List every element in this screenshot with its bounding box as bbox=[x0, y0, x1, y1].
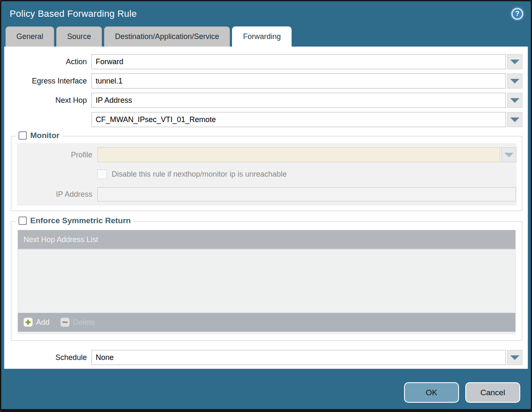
delete-button-label: Delete bbox=[73, 318, 95, 327]
action-dropdown-button[interactable] bbox=[507, 54, 522, 69]
add-icon bbox=[23, 318, 33, 327]
chevron-down-icon bbox=[510, 79, 519, 83]
chevron-down-icon bbox=[504, 153, 514, 157]
next-hop-address-table-header: Next Hop Address List bbox=[18, 230, 516, 250]
cancel-button[interactable]: Cancel bbox=[465, 382, 520, 403]
delete-icon bbox=[60, 318, 70, 327]
monitor-legend: Monitor bbox=[16, 131, 63, 140]
monitor-legend-label: Monitor bbox=[30, 131, 60, 140]
tab-general[interactable]: General bbox=[5, 26, 54, 47]
enforce-symmetric-return-checkbox[interactable] bbox=[18, 216, 27, 225]
profile-dropdown-button bbox=[501, 147, 516, 162]
action-label: Action bbox=[8, 57, 91, 66]
schedule-label: Schedule bbox=[8, 353, 91, 362]
next-hop-address-list-column-header: Next Hop Address List bbox=[23, 235, 98, 244]
disable-rule-checkbox bbox=[97, 169, 107, 179]
next-hop-address-table-toolbar: Add Delete bbox=[18, 313, 516, 332]
next-hop-address-table: Next Hop Address List Add bbox=[18, 230, 516, 334]
symmetric-return-legend: Enforce Symmetric Return bbox=[16, 216, 134, 225]
chevron-down-icon bbox=[510, 355, 519, 360]
help-icon[interactable]: ? bbox=[511, 8, 523, 20]
next-hop-address-table-body[interactable] bbox=[18, 250, 516, 313]
monitor-ip-address-label: IP Address bbox=[17, 190, 97, 199]
next-hop-address-field[interactable] bbox=[91, 112, 506, 127]
monitor-panel: Profile Disable this rule if nexthop/mon… bbox=[17, 143, 516, 206]
tab-destination-application-service[interactable]: Destination/Application/Service bbox=[104, 26, 230, 47]
tab-bar: General Source Destination/Application/S… bbox=[1, 26, 531, 47]
dialog-title: Policy Based Forwarding Rule bbox=[10, 8, 137, 19]
egress-interface-label: Egress Interface bbox=[8, 77, 91, 86]
next-hop-address-dropdown-button[interactable] bbox=[507, 112, 522, 127]
chevron-down-icon bbox=[510, 98, 519, 103]
action-field[interactable] bbox=[91, 54, 506, 69]
next-hop-type-field[interactable] bbox=[91, 93, 506, 108]
policy-based-forwarding-dialog: Policy Based Forwarding Rule ? General S… bbox=[0, 0, 532, 412]
egress-interface-dropdown-button[interactable] bbox=[507, 73, 522, 89]
egress-interface-row: Egress Interface bbox=[8, 73, 522, 89]
chevron-down-icon bbox=[510, 117, 519, 122]
add-button[interactable]: Add bbox=[23, 318, 50, 327]
symmetric-return-group: Enforce Symmetric Return Next Hop Addres… bbox=[11, 221, 522, 341]
schedule-row: Schedule bbox=[8, 350, 522, 365]
action-row: Action bbox=[8, 54, 522, 69]
ok-button[interactable]: OK bbox=[404, 382, 459, 403]
next-hop-row: Next Hop bbox=[8, 93, 522, 108]
monitor-ip-address-row: IP Address bbox=[17, 187, 516, 201]
egress-interface-field[interactable] bbox=[91, 73, 506, 89]
tab-forwarding[interactable]: Forwarding bbox=[232, 26, 292, 47]
add-button-label: Add bbox=[36, 318, 50, 327]
delete-button: Delete bbox=[60, 318, 95, 327]
symmetric-return-legend-label: Enforce Symmetric Return bbox=[30, 216, 131, 225]
next-hop-label: Next Hop bbox=[8, 96, 91, 105]
dialog-footer: OK Cancel bbox=[404, 382, 520, 403]
profile-label: Profile bbox=[17, 151, 97, 159]
tab-source[interactable]: Source bbox=[56, 26, 102, 47]
monitor-checkbox[interactable] bbox=[18, 131, 27, 140]
chevron-down-icon bbox=[510, 60, 519, 64]
next-hop-address-row bbox=[8, 112, 522, 127]
disable-rule-row: Disable this rule if nexthop/monitor ip … bbox=[97, 169, 516, 179]
monitor-group: Monitor Profile Disable this rule if nex… bbox=[11, 136, 522, 211]
profile-field bbox=[97, 147, 500, 162]
dialog-titlebar: Policy Based Forwarding Rule ? bbox=[1, 1, 531, 26]
monitor-ip-address-field bbox=[97, 187, 516, 201]
schedule-field[interactable] bbox=[91, 350, 506, 365]
schedule-dropdown-button[interactable] bbox=[507, 350, 522, 365]
next-hop-type-dropdown-button[interactable] bbox=[507, 93, 522, 108]
forwarding-tab-panel: Action Egress Interface Next Hop bbox=[4, 47, 528, 369]
disable-rule-label: Disable this rule if nexthop/monitor ip … bbox=[112, 170, 287, 179]
profile-row: Profile bbox=[17, 147, 516, 162]
